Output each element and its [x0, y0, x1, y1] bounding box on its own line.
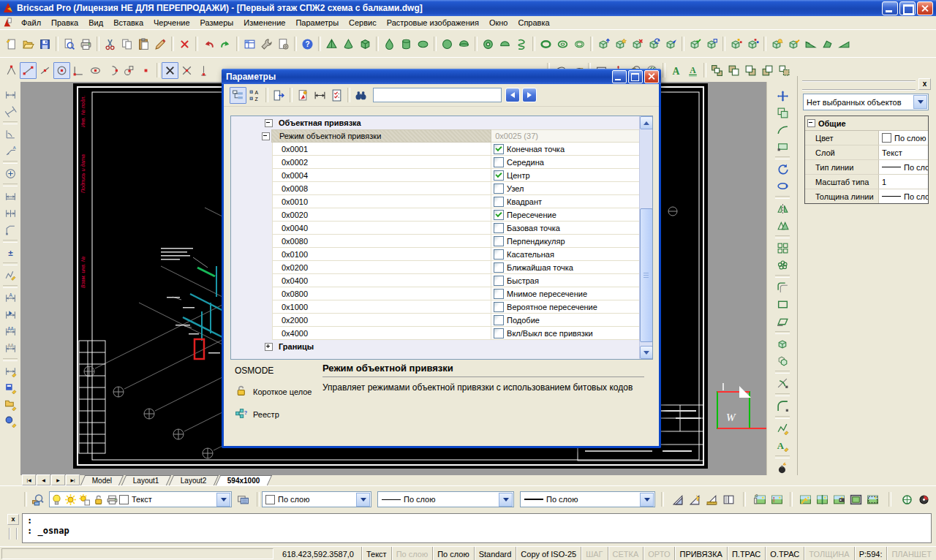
- sortaz-icon[interactable]: AZ: [246, 87, 263, 104]
- ord2-icon[interactable]: [725, 62, 742, 79]
- g-sphere-icon[interactable]: [439, 36, 456, 53]
- checklist-icon[interactable]: [328, 87, 345, 104]
- dim-b4-icon[interactable]: [2, 413, 19, 430]
- mod-off-icon[interactable]: [774, 279, 791, 296]
- g-w3-icon[interactable]: [819, 36, 836, 53]
- tree-bit-row[interactable]: 0x2000Подобие: [231, 314, 640, 327]
- dim-obl-icon[interactable]: [2, 103, 19, 120]
- ord5-icon[interactable]: [776, 62, 793, 79]
- ord-rul-icon[interactable]: [703, 491, 720, 508]
- chevron-down-icon[interactable]: [216, 493, 230, 507]
- scroll-up-icon[interactable]: [640, 116, 653, 129]
- brush-icon[interactable]: [152, 36, 169, 53]
- snap-quad-icon[interactable]: [104, 62, 121, 79]
- ord-tri1-icon[interactable]: [670, 491, 687, 508]
- checkbox-icon[interactable]: [494, 249, 504, 260]
- preview-icon[interactable]: [61, 36, 78, 53]
- g-spring-icon[interactable]: [513, 36, 530, 53]
- linetype-combo[interactable]: По слою: [377, 491, 514, 507]
- settings-tree[interactable]: Объектная привязка Режим объектной привя…: [230, 116, 653, 360]
- checkbox-icon[interactable]: [494, 183, 504, 194]
- g-cyl-icon[interactable]: [398, 36, 415, 53]
- mod-rq-icon[interactable]: [774, 296, 791, 313]
- snap-ins-icon[interactable]: [121, 62, 137, 79]
- color-combo[interactable]: По слою: [262, 491, 371, 507]
- property-row[interactable]: СлойТекст: [805, 145, 928, 160]
- dim-cen-icon[interactable]: [2, 165, 19, 182]
- tree-bit-row[interactable]: 0x0020Пересечение: [231, 208, 640, 222]
- cube-rot-icon[interactable]: [646, 36, 663, 53]
- checkbox-icon[interactable]: [494, 223, 504, 233]
- tree-section-row-collapsed[interactable]: Границы: [231, 340, 640, 353]
- dim-base-icon[interactable]: [2, 188, 19, 205]
- property-row[interactable]: Толщина линииПо слою: [805, 189, 928, 203]
- next-tab-icon[interactable]: ▶: [51, 474, 65, 485]
- mod-bomb-icon[interactable]: [774, 460, 791, 477]
- properties-group-header[interactable]: Общие: [805, 116, 928, 131]
- text-au-icon[interactable]: A: [684, 62, 701, 79]
- expand-icon[interactable]: [265, 343, 273, 351]
- collapse-icon[interactable]: [265, 119, 273, 127]
- tree-bit-row[interactable]: 0x0008Узел: [231, 182, 640, 195]
- command-close-icon[interactable]: x: [7, 514, 19, 525]
- snap-perp-icon[interactable]: [70, 62, 87, 79]
- collapse-icon[interactable]: [807, 119, 815, 127]
- layer-lock-icon[interactable]: [92, 493, 105, 506]
- snap-circ-icon[interactable]: [53, 62, 70, 79]
- checkbox-icon[interactable]: [494, 276, 504, 286]
- tab-layout1[interactable]: Layout1: [121, 475, 171, 485]
- checkbox-checked-icon[interactable]: [494, 144, 504, 154]
- img-1-icon[interactable]: 0: [752, 491, 769, 508]
- new-icon[interactable]: [3, 36, 20, 53]
- snap-clear-icon[interactable]: [162, 62, 178, 79]
- title-bar[interactable]: Bricscad Pro (Лицензия НЕ ДЛЯ ПЕРЕПРОДАЖ…: [0, 0, 936, 16]
- del-icon[interactable]: [176, 36, 193, 53]
- g-drop-icon[interactable]: [381, 36, 398, 53]
- tree-bit-row[interactable]: 0x0004Центр: [231, 169, 640, 182]
- paste-icon[interactable]: [135, 36, 152, 53]
- dialog-close-icon[interactable]: [644, 70, 659, 83]
- treeview-icon[interactable]: [230, 87, 246, 104]
- cube-chk-icon[interactable]: [785, 36, 802, 53]
- status-field-4[interactable]: Copy of ISO-25: [516, 547, 581, 560]
- status-field-10[interactable]: О.ТРАС: [765, 547, 804, 560]
- tree-section-row[interactable]: Объектная привязка: [231, 116, 640, 129]
- cut-icon[interactable]: [102, 36, 118, 53]
- dim-lin-icon[interactable]: [2, 86, 19, 103]
- chevron-down-icon[interactable]: [356, 493, 370, 507]
- img-4-icon[interactable]: [814, 491, 831, 508]
- maximize-icon[interactable]: [899, 1, 916, 15]
- dim-b3-icon[interactable]: [2, 396, 19, 413]
- status-field-8[interactable]: ПРИВЯЗКА: [674, 547, 726, 560]
- status-field-0[interactable]: Текст: [361, 547, 391, 560]
- back-icon[interactable]: [505, 88, 520, 102]
- checkbox-icon[interactable]: [494, 262, 504, 273]
- maglayers-icon[interactable]: [29, 491, 46, 508]
- mod-rot2-icon[interactable]: [774, 178, 791, 194]
- layer-combo[interactable]: Текст: [49, 491, 232, 507]
- g-ring-icon[interactable]: [537, 36, 554, 53]
- collapse-icon[interactable]: [262, 132, 270, 140]
- menu-item-11[interactable]: Справка: [513, 18, 554, 28]
- ord1-icon[interactable]: [709, 62, 725, 79]
- tree-bit-row[interactable]: 0x0100Касательная: [231, 248, 640, 261]
- redo-icon[interactable]: [217, 36, 234, 53]
- dim-ta-icon[interactable]: A: [2, 290, 19, 306]
- g-pyr-icon[interactable]: [323, 36, 340, 53]
- cube-b1-icon[interactable]: [728, 36, 744, 53]
- dim-tol-icon[interactable]: ±: [2, 244, 19, 261]
- prev-tab-icon[interactable]: ◀: [37, 474, 50, 485]
- forward-icon[interactable]: [522, 88, 537, 102]
- status-field-12[interactable]: P:594:: [854, 547, 887, 560]
- mod-fil-icon[interactable]: [774, 398, 791, 415]
- dialog-title-bar[interactable]: Параметры: [222, 69, 661, 84]
- snap-node-icon[interactable]: [137, 62, 154, 79]
- g-ring2-icon[interactable]: [554, 36, 571, 53]
- mod-trim-icon[interactable]: [774, 375, 791, 392]
- snap-ext-icon[interactable]: [195, 62, 212, 79]
- widtharrow-icon[interactable]: [312, 87, 328, 104]
- panel-grip[interactable]: [802, 80, 916, 91]
- selection-dropdown[interactable]: Нет выбранных объектов: [803, 94, 929, 110]
- ord4-icon[interactable]: [759, 62, 776, 79]
- tree-bit-row[interactable]: 0x0400Быстрая: [231, 274, 640, 287]
